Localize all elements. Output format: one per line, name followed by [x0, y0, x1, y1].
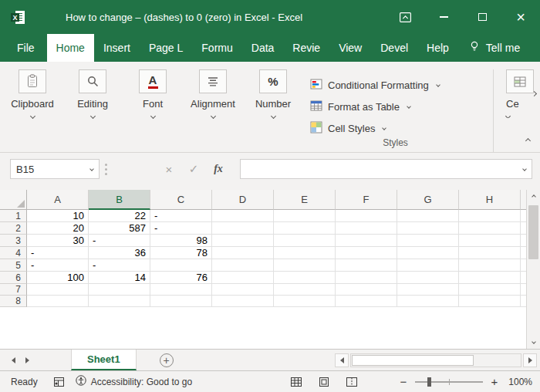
cell-C2[interactable]: -: [150, 222, 212, 235]
column-header-g[interactable]: G: [397, 190, 459, 210]
cell-D2[interactable]: [212, 222, 274, 235]
cell-D5[interactable]: [212, 259, 274, 272]
column-header-h[interactable]: H: [459, 190, 521, 210]
formula-input[interactable]: [240, 159, 532, 179]
cell-C3[interactable]: 98: [150, 235, 212, 247]
accessibility-status-button[interactable]: Accessibility: Good to go: [76, 375, 192, 388]
cell-E4[interactable]: [274, 247, 336, 259]
clipboard-group-button[interactable]: Clipboard: [8, 69, 57, 118]
column-header-d[interactable]: D: [212, 190, 274, 210]
cell-C6[interactable]: 76: [150, 272, 212, 284]
cell-F6[interactable]: [336, 272, 397, 284]
cell-A4[interactable]: -: [27, 247, 89, 259]
tell-me-button[interactable]: Tell me: [458, 34, 530, 62]
cell-B3[interactable]: -: [89, 235, 150, 247]
name-box[interactable]: B15: [10, 159, 100, 179]
row-header-1[interactable]: 1: [0, 210, 27, 222]
cell-D8[interactable]: [212, 296, 274, 307]
cell-B4[interactable]: 36: [89, 247, 150, 259]
row-header-5[interactable]: 5: [0, 259, 27, 272]
cell-F1[interactable]: [336, 210, 397, 222]
scroll-left-button[interactable]: [335, 353, 349, 367]
font-group-button[interactable]: A Font: [128, 69, 177, 118]
cell-C8[interactable]: [150, 296, 212, 307]
cell-C4[interactable]: 78: [150, 247, 212, 259]
collapse-ribbon-button[interactable]: [526, 133, 530, 145]
cell-H3[interactable]: [459, 235, 521, 247]
cell-E6[interactable]: [274, 272, 336, 284]
column-header-e[interactable]: E: [274, 190, 336, 210]
expand-formula-bar-icon[interactable]: [522, 167, 527, 171]
cell-B1[interactable]: 22: [89, 210, 150, 222]
cell-G5[interactable]: [397, 259, 459, 272]
cell-D6[interactable]: [212, 272, 274, 284]
close-icon[interactable]: ×: [501, 0, 540, 34]
cell-F7[interactable]: [336, 284, 397, 296]
cell-G8[interactable]: [397, 296, 459, 307]
previous-sheet-button[interactable]: [6, 350, 20, 370]
add-sheet-button[interactable]: +: [160, 353, 174, 367]
zoom-out-button[interactable]: −: [397, 375, 410, 388]
cell-F8[interactable]: [336, 296, 397, 307]
scroll-down-button[interactable]: [527, 335, 540, 349]
formula-bar-splitter[interactable]: [100, 164, 112, 175]
number-group-button[interactable]: % Number: [248, 69, 298, 118]
cell-C1[interactable]: -: [150, 210, 212, 222]
cell-A1[interactable]: 10: [27, 210, 89, 222]
tab-revie[interactable]: Revie: [283, 34, 329, 62]
cell-A8[interactable]: [27, 296, 89, 307]
macro-record-icon[interactable]: [53, 377, 65, 387]
select-all-button[interactable]: [0, 190, 27, 210]
row-header-6[interactable]: 6: [0, 272, 27, 284]
cell-E8[interactable]: [274, 296, 336, 307]
cell-E2[interactable]: [274, 222, 336, 235]
tab-page-l[interactable]: Page L: [140, 34, 192, 62]
zoom-level[interactable]: 100%: [501, 377, 532, 387]
zoom-slider-thumb[interactable]: [427, 377, 431, 387]
cell-C7[interactable]: [150, 284, 212, 296]
vertical-scrollbar-thumb[interactable]: [528, 205, 538, 259]
cell-C5[interactable]: [150, 259, 212, 272]
cell-E7[interactable]: [274, 284, 336, 296]
row-header-4[interactable]: 4: [0, 247, 27, 259]
cell-D1[interactable]: [212, 210, 274, 222]
tab-view[interactable]: View: [329, 34, 371, 62]
share-button[interactable]: Share: [530, 34, 540, 62]
scroll-up-button[interactable]: [527, 190, 540, 204]
cell-G1[interactable]: [397, 210, 459, 222]
ribbon-display-options-icon[interactable]: [386, 0, 424, 34]
cell-F3[interactable]: [336, 235, 397, 247]
cell-D4[interactable]: [212, 247, 274, 259]
tab-formu[interactable]: Formu: [192, 34, 241, 62]
row-header-2[interactable]: 2: [0, 222, 27, 235]
row-header-3[interactable]: 3: [0, 235, 27, 247]
column-header-c[interactable]: C: [150, 190, 212, 210]
alignment-group-button[interactable]: Alignment: [188, 69, 238, 118]
tab-insert[interactable]: Insert: [94, 34, 140, 62]
horizontal-scrollbar[interactable]: [335, 350, 537, 370]
cell-E5[interactable]: [274, 259, 336, 272]
cell-A5[interactable]: -: [27, 259, 89, 272]
maximize-icon[interactable]: [463, 0, 501, 34]
page-break-preview-button[interactable]: [344, 375, 359, 389]
cell-A2[interactable]: 20: [27, 222, 89, 235]
cell-H8[interactable]: [459, 296, 521, 307]
scroll-right-button[interactable]: [523, 353, 537, 367]
horizontal-scrollbar-track[interactable]: [350, 353, 521, 367]
column-header-b[interactable]: B: [89, 190, 150, 210]
cell-E1[interactable]: [274, 210, 336, 222]
tab-home[interactable]: Home: [47, 34, 94, 62]
cell-B6[interactable]: 14: [89, 272, 150, 284]
cell-F4[interactable]: [336, 247, 397, 259]
cell-G2[interactable]: [397, 222, 459, 235]
cell-B8[interactable]: [89, 296, 150, 307]
normal-view-button[interactable]: [289, 375, 304, 389]
cell-H4[interactable]: [459, 247, 521, 259]
cell-G7[interactable]: [397, 284, 459, 296]
cell-F2[interactable]: [336, 222, 397, 235]
row-header-8[interactable]: 8: [0, 296, 27, 307]
cell-D7[interactable]: [212, 284, 274, 296]
format-as-table-button[interactable]: Format as Table: [309, 96, 482, 117]
insert-function-button[interactable]: fx: [206, 159, 231, 179]
cell-G6[interactable]: [397, 272, 459, 284]
